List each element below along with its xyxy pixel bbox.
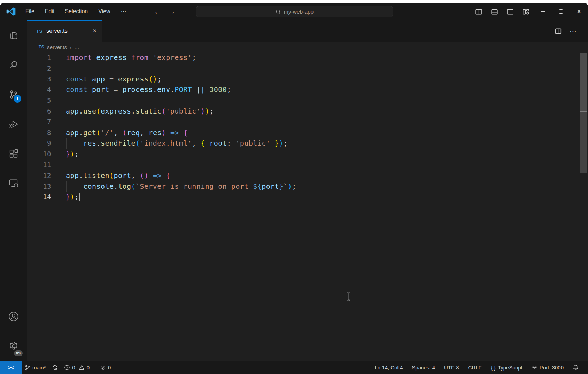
- menu-view[interactable]: View: [93, 6, 115, 17]
- breadcrumb-file[interactable]: server.ts: [47, 44, 67, 50]
- menu-overflow[interactable]: ⋯: [116, 6, 132, 17]
- line-number: 5: [27, 95, 51, 106]
- indentation-status[interactable]: Spaces: 4: [407, 361, 440, 374]
- code-line[interactable]: 1import express from 'express';: [27, 52, 588, 63]
- code-text: });: [66, 149, 79, 159]
- branch-name: main*: [32, 365, 46, 371]
- code-text: app.listen(port, () => {: [66, 170, 170, 181]
- indent-guide: [66, 138, 67, 149]
- line-number: 14: [27, 192, 51, 202]
- breadcrumb: TS server.ts › …: [27, 42, 588, 52]
- line-number: 13: [27, 181, 51, 192]
- code-line[interactable]: 3const app = express();: [27, 74, 588, 85]
- code-line[interactable]: 14});: [27, 192, 588, 202]
- code-line[interactable]: 8app.get('/', (req, res) => {: [27, 127, 588, 138]
- toggle-panel-icon[interactable]: [487, 3, 502, 20]
- line-number: 12: [27, 170, 51, 181]
- sidebar-item-remote-explorer[interactable]: [0, 168, 27, 198]
- braces-icon: { }: [491, 365, 496, 371]
- code-line[interactable]: 12app.listen(port, () => {: [27, 170, 588, 181]
- code-text: const port = process.env.PORT || 3000;: [66, 84, 231, 95]
- back-arrow-icon[interactable]: ←: [154, 7, 161, 16]
- code-line[interactable]: 4const port = process.env.PORT || 3000;: [27, 84, 588, 95]
- port-forward-status[interactable]: Port: 3000: [527, 361, 568, 374]
- sync-changes-button[interactable]: [49, 361, 61, 374]
- sidebar-item-manage[interactable]: vs: [0, 331, 27, 361]
- sidebar-item-search[interactable]: [0, 50, 27, 79]
- radio-tower-icon: [532, 365, 537, 371]
- breadcrumb-separator-icon: ›: [70, 44, 71, 50]
- editor-actions: ⋯: [555, 20, 588, 42]
- titlebar-right: ✕: [471, 3, 588, 20]
- toggle-secondary-sidebar-icon[interactable]: [502, 3, 518, 20]
- minimize-button[interactable]: [534, 3, 552, 20]
- customize-layout-icon[interactable]: [518, 3, 534, 20]
- remote-indicator[interactable]: ><: [0, 361, 22, 374]
- toggle-primary-sidebar-icon[interactable]: [471, 3, 487, 20]
- close-button[interactable]: ✕: [570, 3, 588, 20]
- split-editor-icon[interactable]: [555, 28, 562, 35]
- tab-label: server.ts: [46, 28, 67, 34]
- code-line[interactable]: 5: [27, 95, 588, 106]
- code-text: app.use(express.static('public'));: [66, 106, 214, 117]
- code-line[interactable]: 9 res.sendFile('index.html', { root: 'pu…: [27, 138, 588, 149]
- eol-status[interactable]: CRLF: [464, 361, 486, 374]
- forwarded-ports-status[interactable]: 0: [97, 361, 114, 374]
- editor-group: TS server.ts ✕ ⋯ TS server.ts › …: [27, 20, 588, 361]
- breadcrumb-more[interactable]: …: [74, 44, 79, 50]
- command-center-search[interactable]: my-web-app: [196, 6, 393, 17]
- sidebar-item-source-control[interactable]: 1: [0, 79, 27, 109]
- warning-count: 0: [87, 365, 90, 371]
- code-lines: 1import express from 'express';23const a…: [27, 52, 588, 202]
- remote-explorer-icon: [8, 178, 19, 189]
- code-line[interactable]: 6app.use(express.static('public'));: [27, 106, 588, 117]
- line-number: 11: [27, 159, 51, 170]
- profile-badge: vs: [14, 350, 23, 356]
- activity-bar: 1: [0, 20, 27, 361]
- editor-scrollbar[interactable]: [580, 53, 587, 173]
- sidebar-item-run-debug[interactable]: [0, 109, 27, 139]
- encoding-status[interactable]: UTF-8: [440, 361, 464, 374]
- radio-tower-icon: [100, 365, 106, 371]
- vscode-window: File Edit Selection View ⋯ ← → my-web-ap…: [0, 3, 588, 374]
- code-editor[interactable]: 1import express from 'express';23const a…: [27, 52, 588, 361]
- code-text: import express from 'express';: [66, 52, 196, 63]
- typescript-file-icon: TS: [36, 29, 42, 34]
- menu-selection[interactable]: Selection: [60, 6, 93, 17]
- command-center-text: my-web-app: [284, 9, 314, 15]
- notifications-button[interactable]: [568, 361, 583, 374]
- mouse-ibeam-cursor: [346, 292, 351, 301]
- code-line[interactable]: 13 console.log(`Server is running on por…: [27, 181, 588, 192]
- maximize-button[interactable]: [552, 3, 570, 20]
- git-branch-status[interactable]: main*: [22, 361, 49, 374]
- code-line[interactable]: 7: [27, 117, 588, 127]
- problems-status[interactable]: 0 0: [61, 361, 93, 374]
- language-mode-status[interactable]: { } TypeScript: [486, 361, 527, 374]
- code-line[interactable]: 2: [27, 63, 588, 74]
- line-number: 1: [27, 52, 51, 63]
- forward-arrow-icon[interactable]: →: [168, 7, 176, 16]
- menu-file[interactable]: File: [20, 6, 40, 17]
- status-left: main* 0 0: [22, 361, 114, 374]
- sidebar-item-explorer[interactable]: [0, 20, 27, 50]
- menubar: File Edit Selection View ⋯: [20, 6, 132, 17]
- code-text: res.sendFile('index.html', { root: 'publ…: [66, 138, 288, 149]
- error-count: 0: [72, 365, 75, 371]
- language-name: TypeScript: [498, 365, 523, 371]
- line-number: 9: [27, 138, 51, 149]
- sidebar-item-accounts[interactable]: [0, 302, 27, 331]
- cursor-position-status[interactable]: Ln 14, Col 4: [370, 361, 407, 374]
- tab-server-ts[interactable]: TS server.ts ✕: [27, 20, 102, 42]
- status-right: Ln 14, Col 4 Spaces: 4 UTF-8 CRLF { } Ty…: [370, 361, 588, 374]
- text-cursor: [79, 193, 80, 201]
- code-line[interactable]: 10});: [27, 149, 588, 159]
- more-actions-icon[interactable]: ⋯: [570, 27, 577, 35]
- bell-icon: [573, 365, 579, 371]
- tab-close-icon[interactable]: ✕: [92, 28, 97, 34]
- menu-edit[interactable]: Edit: [40, 6, 60, 17]
- indent-guide: [66, 181, 67, 192]
- extensions-icon: [8, 148, 19, 159]
- sidebar-item-extensions[interactable]: [0, 139, 27, 168]
- code-line[interactable]: 11: [27, 159, 588, 170]
- ports-count: 0: [108, 365, 111, 371]
